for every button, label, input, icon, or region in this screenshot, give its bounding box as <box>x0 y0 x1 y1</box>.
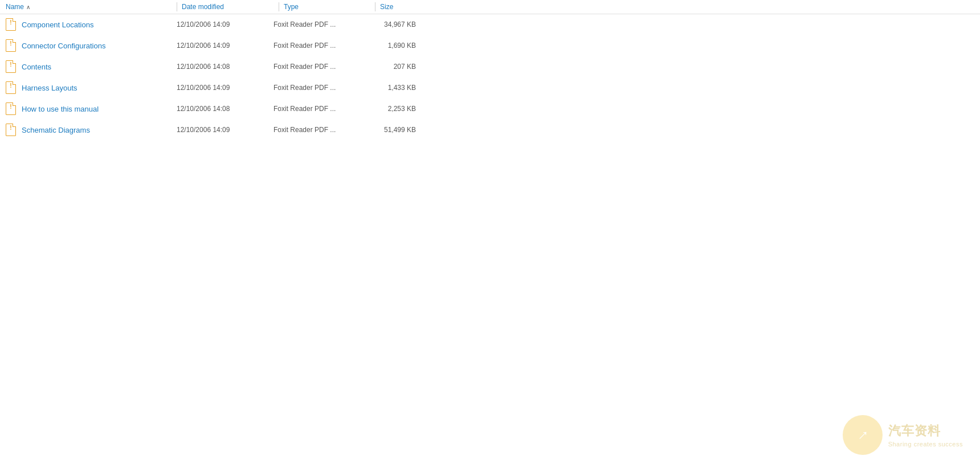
file-type-cell: Foxit Reader PDF ... <box>273 20 365 28</box>
table-row[interactable]: ! Component Locations 12/10/2006 14:09 F… <box>0 14 980 35</box>
file-type-cell: Foxit Reader PDF ... <box>273 126 365 134</box>
file-date-cell: 12/10/2006 14:08 <box>177 105 273 113</box>
file-name-cell: ! Connector Configurations <box>6 39 177 52</box>
file-name-cell: ! Schematic Diagrams <box>6 124 177 136</box>
file-date-cell: 12/10/2006 14:09 <box>177 42 273 50</box>
table-row[interactable]: ! Contents 12/10/2006 14:08 Foxit Reader… <box>0 56 980 77</box>
pdf-icon: ! <box>6 102 17 115</box>
file-size-cell: 51,499 KB <box>365 126 422 134</box>
col-divider-1 <box>177 2 177 11</box>
file-name-text: Component Locations <box>22 20 93 29</box>
table-row[interactable]: ! How to use this manual 12/10/2006 14:0… <box>0 98 980 120</box>
file-date-cell: 12/10/2006 14:09 <box>177 126 273 134</box>
file-name-cell: ! Contents <box>6 60 177 73</box>
watermark-arrow-icon: → <box>850 423 874 447</box>
file-name-text: Harness Layouts <box>22 84 77 92</box>
file-date-cell: 12/10/2006 14:09 <box>177 20 273 28</box>
watermark-circle: → <box>843 415 883 455</box>
file-explorer: Name ∧ Date modified Type Size ! Compone… <box>0 0 980 472</box>
file-date-cell: 12/10/2006 14:09 <box>177 84 273 92</box>
table-row[interactable]: ! Harness Layouts 12/10/2006 14:09 Foxit… <box>0 77 980 98</box>
col-name-label: Name <box>6 3 24 11</box>
col-divider-2 <box>279 2 279 11</box>
file-name-cell: ! Component Locations <box>6 18 177 31</box>
file-type-cell: Foxit Reader PDF ... <box>273 42 365 50</box>
pdf-exclamation-icon: ! <box>10 61 11 68</box>
file-date-cell: 12/10/2006 14:08 <box>177 63 273 71</box>
file-name-text: Contents <box>22 63 51 71</box>
watermark-title: 汽车资料 <box>888 424 941 438</box>
file-size-cell: 1,433 KB <box>365 84 422 92</box>
pdf-icon: ! <box>6 18 17 31</box>
pdf-exclamation-icon: ! <box>10 19 11 26</box>
pdf-icon: ! <box>6 60 17 73</box>
col-name-header[interactable]: Name ∧ <box>6 3 177 11</box>
col-date-header[interactable]: Date modified <box>182 3 279 11</box>
col-size-header[interactable]: Size <box>380 3 437 11</box>
file-name-cell: ! Harness Layouts <box>6 81 177 94</box>
file-name-text: How to use this manual <box>22 105 99 113</box>
sort-arrow-icon: ∧ <box>26 4 30 10</box>
file-name-cell: ! How to use this manual <box>6 102 177 115</box>
col-divider-3 <box>375 2 375 11</box>
pdf-exclamation-icon: ! <box>10 83 11 89</box>
file-list: ! Component Locations 12/10/2006 14:09 F… <box>0 14 980 141</box>
file-name-text: Schematic Diagrams <box>22 126 90 134</box>
table-row[interactable]: ! Connector Configurations 12/10/2006 14… <box>0 35 980 56</box>
pdf-exclamation-icon: ! <box>10 125 11 131</box>
file-type-cell: Foxit Reader PDF ... <box>273 63 365 71</box>
pdf-icon: ! <box>6 39 17 52</box>
pdf-exclamation-icon: ! <box>10 40 11 47</box>
watermark: → 汽车资料 Sharing creates success <box>843 415 963 455</box>
col-type-header[interactable]: Type <box>284 3 375 11</box>
file-size-cell: 207 KB <box>365 63 422 71</box>
watermark-text-block: 汽车资料 Sharing creates success <box>888 422 963 448</box>
watermark-subtitle: Sharing creates success <box>888 441 963 448</box>
file-size-cell: 34,967 KB <box>365 20 422 28</box>
pdf-exclamation-icon: ! <box>10 104 11 110</box>
table-header: Name ∧ Date modified Type Size <box>0 0 980 14</box>
table-row[interactable]: ! Schematic Diagrams 12/10/2006 14:09 Fo… <box>0 120 980 141</box>
pdf-icon: ! <box>6 124 17 136</box>
file-size-cell: 1,690 KB <box>365 42 422 50</box>
file-size-cell: 2,253 KB <box>365 105 422 113</box>
file-name-text: Connector Configurations <box>22 42 105 50</box>
pdf-icon: ! <box>6 81 17 94</box>
file-type-cell: Foxit Reader PDF ... <box>273 84 365 92</box>
file-type-cell: Foxit Reader PDF ... <box>273 105 365 113</box>
